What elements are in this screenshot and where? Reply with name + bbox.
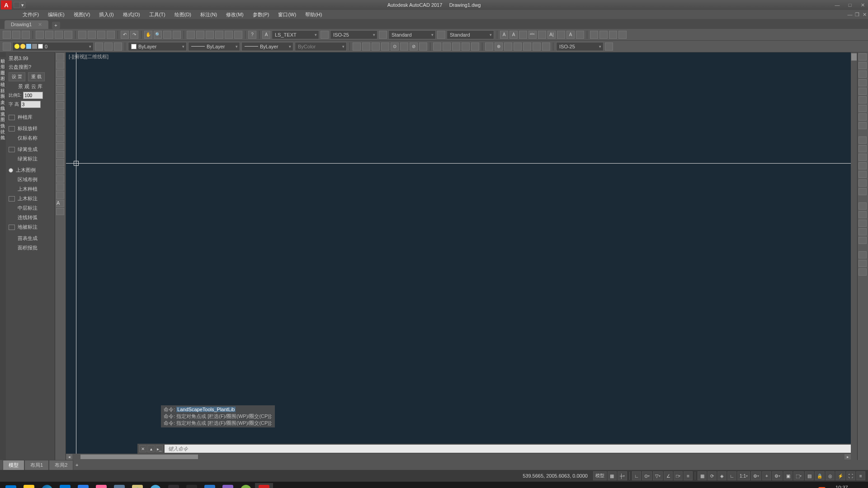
array-icon[interactable]: [859, 88, 867, 95]
canvas-scrollbar-h[interactable]: ◂ ▸: [66, 454, 851, 460]
mleader-style-combo[interactable]: Standard: [447, 30, 494, 39]
sb-otrack-icon[interactable]: ∠: [664, 471, 673, 480]
dim-break-icon[interactable]: [471, 42, 479, 51]
tb-app-obs[interactable]: ◎: [165, 483, 183, 488]
tb-app-f[interactable]: F: [201, 483, 219, 488]
item-tree-legend[interactable]: 上木图例: [7, 165, 54, 175]
cut-icon[interactable]: [78, 31, 86, 39]
dim-diameter-icon[interactable]: ⊘: [410, 42, 418, 51]
menu-help[interactable]: 帮助(H): [301, 10, 326, 19]
sb-isodraft-icon[interactable]: ▽: [653, 471, 663, 480]
viewport-label[interactable]: [-][俯视][二维线框]: [69, 53, 108, 60]
distance-icon[interactable]: [859, 202, 867, 210]
scale-icon[interactable]: [859, 113, 867, 121]
text-style-icon[interactable]: A: [262, 31, 270, 39]
ltab-plant[interactable]: 绿植: [0, 76, 6, 82]
dim-ordinate-icon[interactable]: [381, 42, 389, 51]
zoom-icon[interactable]: 🔍: [154, 31, 162, 39]
lineweight-combo[interactable]: ByLayer: [188, 42, 240, 51]
find-icon[interactable]: [519, 31, 527, 39]
item-area-layout[interactable]: 区域布例: [7, 175, 54, 184]
qat-dd[interactable]: ▾: [21, 2, 25, 8]
tb-app-green[interactable]: ▸: [237, 483, 255, 488]
break-icon[interactable]: [859, 154, 867, 161]
dim-linear-icon[interactable]: [353, 42, 361, 51]
doc-tab-close-icon[interactable]: ✕: [38, 22, 42, 27]
ellipse-arc-icon[interactable]: [56, 135, 64, 142]
point-icon[interactable]: [56, 159, 64, 166]
xline-icon[interactable]: [56, 61, 64, 69]
props-icon[interactable]: [187, 31, 195, 39]
ltab-hatch[interactable]: 填充: [0, 105, 6, 111]
line-icon[interactable]: [56, 53, 64, 61]
offset-icon[interactable]: [859, 79, 867, 86]
tb-app-cpu[interactable]: ▣: [110, 483, 128, 488]
dim-icon[interactable]: [590, 31, 598, 39]
sb-gear-icon[interactable]: ⚙: [751, 471, 761, 480]
tb-app-circle[interactable]: [146, 483, 165, 488]
explode-icon[interactable]: [859, 188, 867, 195]
sb-3dosnap-icon[interactable]: ◈: [717, 471, 726, 480]
move-icon[interactable]: [859, 96, 867, 103]
id-point-icon[interactable]: [859, 237, 867, 244]
ltab-help[interactable]: 帮助: [0, 52, 6, 58]
list-icon[interactable]: [859, 228, 867, 235]
menu-window[interactable]: 窗口(W): [274, 10, 301, 19]
layer-combo[interactable]: 0: [12, 42, 94, 51]
canvas-scrollbar-v[interactable]: [851, 52, 857, 460]
dim-radius-icon[interactable]: ⊙: [391, 42, 399, 51]
save-icon[interactable]: [22, 31, 30, 39]
dim-style-combo[interactable]: ISO-25: [330, 30, 377, 39]
extend-icon[interactable]: [859, 145, 867, 152]
layer-prev-icon[interactable]: [95, 42, 103, 51]
sb-transp-icon[interactable]: ▦: [698, 471, 707, 480]
text-a-icon[interactable]: A: [500, 31, 508, 39]
matchprop-icon[interactable]: [107, 31, 115, 39]
color-combo[interactable]: ByLayer: [128, 42, 187, 51]
center-mark-icon[interactable]: ⊕: [495, 42, 503, 51]
inspect-icon[interactable]: [504, 42, 512, 51]
linetype-combo[interactable]: ByLayer: [241, 42, 293, 51]
scroll-right-icon[interactable]: ▸: [844, 454, 851, 460]
menu-modify[interactable]: 修改(M): [222, 10, 248, 19]
menu-format[interactable]: 格式(O): [118, 10, 145, 19]
zoom-window-icon[interactable]: [163, 31, 171, 39]
sb-workspace-icon[interactable]: ⚙: [772, 471, 783, 480]
tab-model[interactable]: 模型: [3, 460, 24, 470]
hatch-icon[interactable]: [56, 167, 64, 174]
print-icon[interactable]: [36, 31, 44, 39]
arc-icon[interactable]: [56, 94, 64, 101]
insert-block-icon[interactable]: [56, 143, 64, 150]
dim-continue-icon[interactable]: [452, 42, 460, 51]
taskbar-clock[interactable]: 10:37 2023-04-24: [829, 485, 854, 488]
settings-button[interactable]: 设 置: [9, 72, 25, 81]
dim-quick-icon[interactable]: [433, 42, 441, 51]
tab-layout1[interactable]: 布局1: [24, 460, 49, 470]
sb-annomonitor-icon[interactable]: +: [762, 471, 771, 480]
dim-style-icon[interactable]: [321, 31, 329, 39]
tb-app-video[interactable]: ▣: [183, 483, 201, 488]
item-line-arc[interactable]: 连线转弧: [7, 213, 54, 222]
qcalc-icon[interactable]: [234, 31, 242, 39]
ltab-layout[interactable]: 布图: [0, 70, 6, 76]
doc-close[interactable]: ✕: [861, 11, 868, 18]
ltab-stat[interactable]: 统计: [0, 123, 6, 129]
sb-grid-icon[interactable]: ▦: [608, 471, 617, 480]
ltab-common[interactable]: 常用: [0, 58, 6, 64]
draworder-icon[interactable]: [859, 251, 867, 258]
ltab-build[interactable]: 图建: [0, 64, 6, 70]
minimize-button[interactable]: —: [834, 2, 841, 8]
item-tree-label[interactable]: 上木标注: [7, 194, 54, 203]
sheet-set-icon[interactable]: [215, 31, 223, 39]
sb-annovisibility-icon[interactable]: ▣: [783, 471, 793, 480]
sb-isolate-icon[interactable]: ◎: [826, 471, 835, 480]
item-seedling-gen[interactable]: 苗表生成: [7, 234, 54, 243]
ltab-qsel[interactable]: 快选: [0, 117, 6, 123]
tb-explorer[interactable]: 📁: [20, 483, 38, 488]
mirror-icon[interactable]: [859, 70, 867, 78]
dim-edit-icon[interactable]: [523, 42, 531, 51]
justify-icon[interactable]: A|: [547, 31, 556, 39]
rectangle-icon[interactable]: [56, 86, 64, 93]
sb-annoscale[interactable]: 1:1: [737, 471, 750, 480]
layer-iso-icon[interactable]: [114, 42, 122, 51]
